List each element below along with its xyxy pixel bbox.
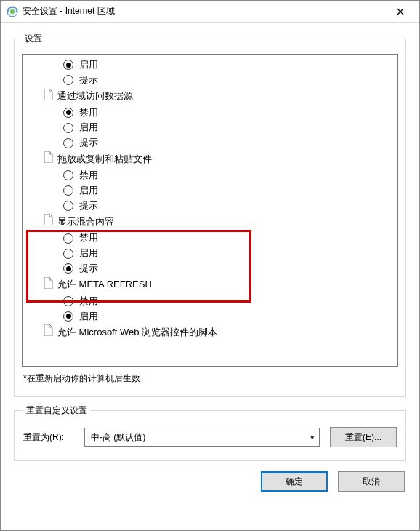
chevron-down-icon: ▾	[310, 433, 315, 442]
settings-option[interactable]: 启用	[25, 246, 397, 261]
svg-point-1	[10, 9, 15, 14]
radio-icon[interactable]	[63, 185, 73, 196]
settings-legend: 设置	[22, 33, 45, 45]
settings-option[interactable]: 禁用	[25, 231, 397, 246]
settings-option[interactable]: 启用	[25, 120, 397, 135]
option-label: 启用	[79, 121, 98, 135]
radio-icon[interactable]	[63, 249, 73, 259]
radio-icon[interactable]	[63, 60, 73, 70]
option-label: 启用	[79, 184, 98, 198]
settings-groupbox: 设置 启用提示通过域访问数据源禁用启用提示拖放或复制和粘贴文件禁用启用提示显示混…	[14, 33, 406, 397]
radio-icon[interactable]	[63, 233, 73, 244]
cancel-button[interactable]: 取消	[338, 471, 405, 492]
option-label: 启用	[79, 58, 98, 72]
option-label: 提示	[79, 199, 98, 213]
category-label: 拖放或复制和粘贴文件	[57, 153, 152, 167]
radio-icon[interactable]	[63, 123, 73, 133]
option-label: 提示	[79, 262, 98, 276]
radio-icon[interactable]	[63, 138, 73, 148]
category-label: 显示混合内容	[57, 215, 114, 229]
category-label: 通过域访问数据源	[57, 89, 133, 103]
page-icon	[43, 89, 53, 105]
titlebar: 安全设置 - Internet 区域	[1, 1, 419, 23]
radio-icon[interactable]	[63, 263, 73, 274]
radio-icon[interactable]	[63, 201, 73, 211]
reset-row: 重置为(R): 中-高 (默认值) ▾ 重置(E)...	[23, 427, 397, 447]
reset-groupbox: 重置自定义设置 重置为(R): 中-高 (默认值) ▾ 重置(E)...	[14, 404, 406, 461]
restart-note: *在重新启动你的计算机后生效	[23, 372, 397, 385]
settings-option[interactable]: 启用	[25, 309, 397, 324]
reset-legend: 重置自定义设置	[23, 404, 90, 417]
settings-tree[interactable]: 启用提示通过域访问数据源禁用启用提示拖放或复制和粘贴文件禁用启用提示显示混合内容…	[22, 54, 398, 367]
radio-icon[interactable]	[63, 108, 73, 118]
radio-icon[interactable]	[63, 296, 73, 306]
settings-category: 拖放或复制和粘贴文件	[25, 151, 397, 168]
option-label: 禁用	[79, 169, 98, 183]
dialog-content: 设置 启用提示通过域访问数据源禁用启用提示拖放或复制和粘贴文件禁用启用提示显示混…	[1, 23, 419, 530]
radio-icon[interactable]	[63, 170, 73, 180]
settings-option[interactable]: 禁用	[25, 294, 397, 309]
reset-button[interactable]: 重置(E)...	[330, 427, 397, 447]
ok-button[interactable]: 确定	[261, 471, 328, 492]
page-icon	[43, 324, 53, 340]
window-title: 安全设置 - Internet 区域	[23, 5, 387, 17]
category-label: 允许 META REFRESH	[57, 278, 152, 292]
settings-tree-container: 启用提示通过域访问数据源禁用启用提示拖放或复制和粘贴文件禁用启用提示显示混合内容…	[22, 54, 398, 367]
option-label: 禁用	[79, 295, 98, 308]
page-icon	[43, 214, 53, 230]
settings-option[interactable]: 提示	[25, 199, 397, 214]
option-label: 提示	[79, 73, 98, 87]
settings-option[interactable]: 提示	[25, 261, 397, 276]
settings-category: 允许 Microsoft Web 浏览器控件的脚本	[25, 324, 397, 341]
close-button[interactable]	[387, 1, 413, 22]
settings-option[interactable]: 启用	[25, 183, 397, 199]
settings-option[interactable]: 提示	[25, 135, 397, 151]
radio-icon[interactable]	[63, 311, 73, 322]
settings-option[interactable]: 禁用	[25, 168, 397, 183]
settings-category: 通过域访问数据源	[25, 88, 397, 105]
option-label: 禁用	[79, 106, 98, 120]
page-icon	[43, 277, 53, 293]
radio-icon[interactable]	[63, 75, 73, 85]
option-label: 启用	[79, 247, 98, 260]
dialog-footer: 确定 取消	[14, 468, 406, 493]
settings-category: 允许 META REFRESH	[25, 276, 397, 294]
close-icon	[397, 8, 404, 15]
reset-label: 重置为(R):	[23, 431, 74, 444]
security-settings-dialog: 安全设置 - Internet 区域 设置 启用提示通过域访问数据源禁用启用提示…	[0, 0, 420, 531]
ie-security-icon	[7, 6, 18, 17]
page-icon	[43, 151, 53, 167]
settings-option[interactable]: 提示	[25, 73, 397, 88]
settings-category: 显示混合内容	[25, 213, 397, 231]
option-label: 启用	[79, 310, 98, 324]
reset-level-select[interactable]: 中-高 (默认值) ▾	[84, 428, 320, 447]
settings-option[interactable]: 禁用	[25, 105, 397, 121]
category-label: 允许 Microsoft Web 浏览器控件的脚本	[57, 326, 217, 340]
reset-level-selected: 中-高 (默认值)	[91, 431, 145, 444]
settings-option[interactable]: 启用	[25, 57, 397, 73]
option-label: 禁用	[79, 231, 98, 245]
option-label: 提示	[79, 136, 98, 150]
